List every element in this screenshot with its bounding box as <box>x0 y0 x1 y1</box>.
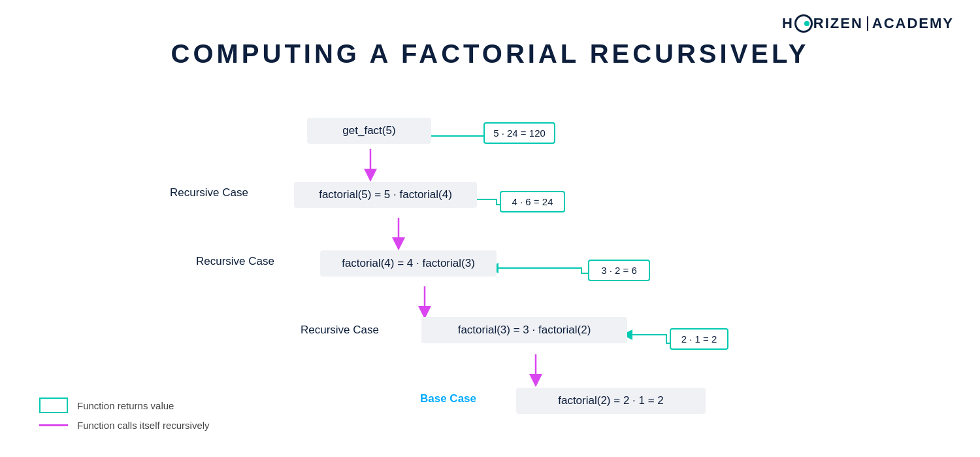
label-recursive-3: Recursive Case <box>301 324 379 337</box>
legend-return: Function returns value <box>39 398 210 413</box>
box-row4: factorial(2) = 2 · 1 = 2 <box>516 388 706 414</box>
box-row1: factorial(5) = 5 · factorial(4) <box>294 182 477 208</box>
label-recursive-1: Recursive Case <box>170 186 248 199</box>
legend-recursive: Function calls itself recursively <box>39 420 210 431</box>
legend-return-box <box>39 398 68 413</box>
label-recursive-2: Recursive Case <box>196 255 274 268</box>
box-get-fact: get_fact(5) <box>307 118 431 144</box>
logo-text-academy: ACADEMY <box>872 15 954 32</box>
legend-recursive-label: Function calls itself recursively <box>77 420 210 431</box>
legend-return-label: Function returns value <box>77 400 174 411</box>
logo-text-rizen: RIZEN <box>813 15 863 32</box>
box-return-3: 3 · 2 = 6 <box>588 260 650 281</box>
box-return-2: 4 · 6 = 24 <box>500 191 565 212</box>
page-title: COMPUTING A FACTORIAL RECURSIVELY <box>0 39 980 69</box>
box-row2: factorial(4) = 4 · factorial(3) <box>320 250 497 277</box>
legend-recursive-line <box>39 424 68 426</box>
label-base: Base Case <box>420 392 476 405</box>
legend: Function returns value Function calls it… <box>39 398 210 437</box>
box-row3: factorial(3) = 3 · factorial(2) <box>421 317 627 343</box>
logo-divider <box>867 16 868 31</box>
logo: H RIZEN ACADEMY <box>782 14 954 33</box>
box-return-4: 2 · 1 = 2 <box>670 328 728 350</box>
box-return-1: 5 · 24 = 120 <box>483 122 555 144</box>
logo-text-h: H <box>782 15 794 32</box>
logo-icon <box>794 14 813 33</box>
